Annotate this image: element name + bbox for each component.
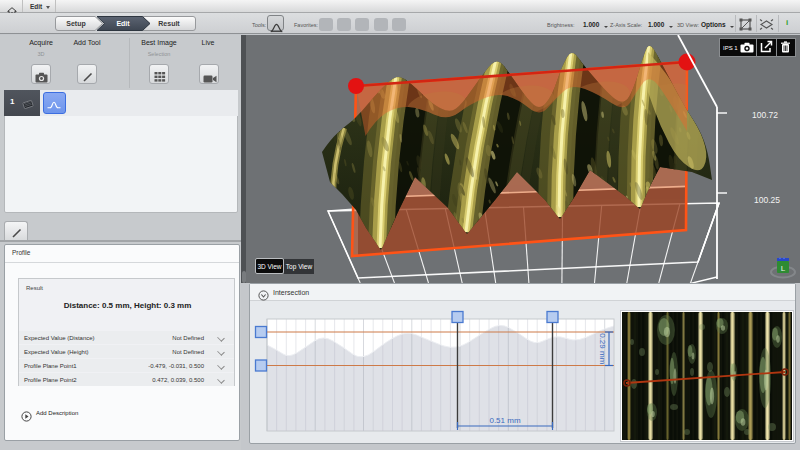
- svg-text:Edit: Edit: [116, 20, 130, 27]
- svg-text:L: L: [781, 264, 786, 273]
- svg-text:100.25: 100.25: [754, 195, 780, 205]
- svg-text:0.29 mm: 0.29 mm: [598, 333, 607, 364]
- svg-text:Setup: Setup: [66, 20, 85, 28]
- svg-text:Result: Result: [158, 20, 180, 27]
- svg-text:0.51 mm: 0.51 mm: [489, 416, 520, 425]
- svg-text:100.72: 100.72: [752, 110, 778, 120]
